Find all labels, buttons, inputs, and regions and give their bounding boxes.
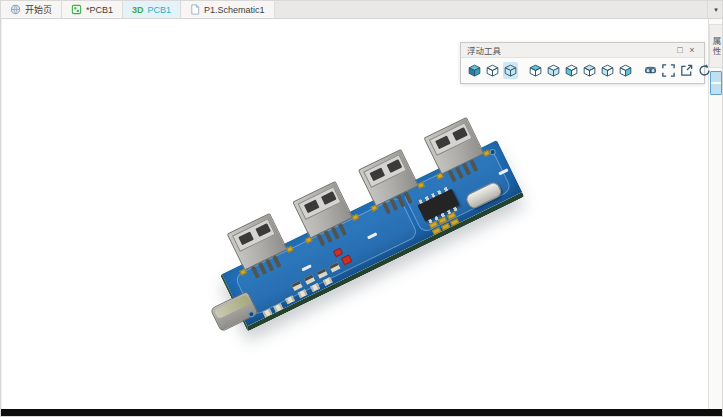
export-image-icon[interactable] — [679, 62, 694, 79]
front-view-icon[interactable] — [564, 62, 579, 79]
application-window: 开始页 *PCB1 3D PCB1 P1.Schematic1 ▾ — [0, 0, 723, 417]
transparent-view-icon[interactable] — [503, 62, 518, 79]
tab-label: P1.Schematic1 — [204, 5, 265, 15]
usb-slot — [238, 231, 254, 245]
usb-slot — [369, 167, 385, 181]
tab-schematic1[interactable]: P1.Schematic1 — [181, 1, 275, 18]
usb-slot — [435, 135, 451, 149]
pcb-3d-model[interactable] — [220, 140, 524, 332]
right-view-icon[interactable] — [618, 62, 633, 79]
tab-bar-filler — [275, 1, 707, 18]
floating-tools-titlebar[interactable]: 浮动工具 □ × — [461, 43, 704, 58]
usb-slot — [255, 223, 271, 237]
smd-resistor — [273, 303, 283, 312]
left-view-icon[interactable] — [600, 62, 615, 79]
home-icon — [10, 4, 21, 15]
floating-tools-title: 浮动工具 — [467, 44, 674, 56]
smd-resistor — [263, 309, 273, 318]
bottom-view-icon[interactable] — [546, 62, 561, 79]
reset-rotation-icon[interactable] — [697, 62, 712, 79]
usb-opening — [298, 186, 342, 220]
fit-view-icon[interactable] — [661, 62, 676, 79]
tab-label: PCB1 — [148, 5, 172, 15]
pcb-board-icon — [71, 4, 82, 15]
wireframe-view-icon[interactable] — [485, 62, 500, 79]
usb-slot — [321, 191, 337, 205]
3d-stereo-view-icon[interactable] — [643, 62, 658, 79]
back-view-icon[interactable] — [582, 62, 597, 79]
usb-slot — [387, 159, 403, 173]
properties-tab-label: 属性 — [710, 37, 722, 56]
document-icon — [190, 4, 200, 15]
tab-label: *PCB1 — [86, 5, 113, 15]
tab-3d-pcb1[interactable]: 3D PCB1 — [123, 1, 181, 18]
usb-opening — [429, 122, 473, 156]
top-view-icon[interactable] — [528, 62, 543, 79]
floating-tools-panel: 浮动工具 □ × — [460, 42, 705, 84]
usb-opening — [232, 218, 276, 252]
panel-close-button[interactable]: × — [686, 44, 698, 56]
bottom-bar — [1, 409, 723, 416]
tab-start-page[interactable]: 开始页 — [1, 1, 62, 18]
usb-opening — [363, 154, 407, 188]
3d-viewport[interactable]: 浮动工具 □ × — [1, 19, 712, 411]
floating-tools-toolbar — [461, 58, 704, 82]
usb-slot — [304, 199, 320, 213]
tab-pcb1[interactable]: *PCB1 — [62, 1, 123, 18]
usb-slot — [452, 127, 468, 141]
usb-c-top-face — [214, 294, 251, 319]
3d-badge: 3D — [132, 5, 144, 15]
panel-float-button[interactable]: □ — [674, 44, 686, 56]
tab-label: 开始页 — [25, 3, 52, 16]
tab-overflow-button[interactable]: ▾ — [707, 1, 723, 18]
document-tab-bar: 开始页 *PCB1 3D PCB1 P1.Schematic1 ▾ — [1, 1, 723, 19]
shaded-view-icon[interactable] — [467, 62, 482, 79]
